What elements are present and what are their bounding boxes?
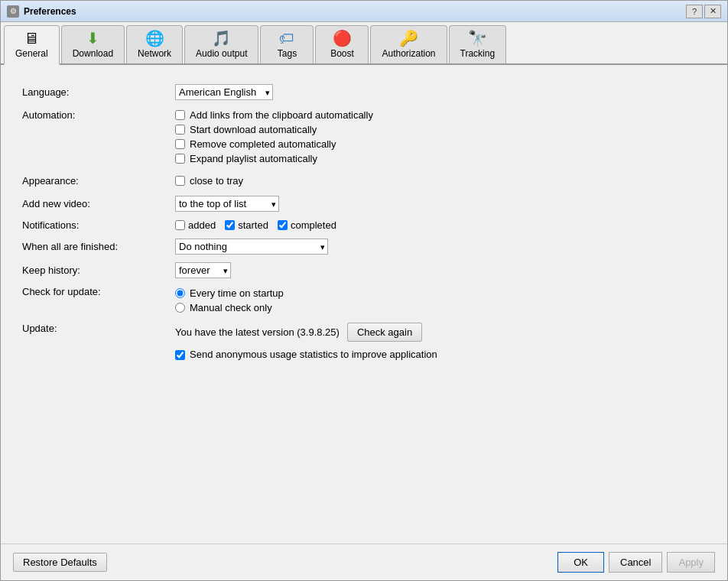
check-again-button[interactable]: Check again (347, 323, 422, 342)
automation-row: Automation: Add links from the clipboard… (16, 104, 712, 170)
language-select-wrapper: American English (175, 84, 273, 100)
clipboard-checkbox[interactable] (175, 110, 185, 120)
notif-completed-label: completed (291, 219, 336, 231)
close-button[interactable]: ✕ (704, 5, 721, 18)
window-title: Preferences (24, 6, 686, 17)
when-finished-label: When all are finished: (16, 235, 169, 258)
window-controls: ? ✕ (686, 5, 721, 18)
tab-bar: 🖥 General ⬇ Download 🌐 Network 🎵 Audio o… (1, 22, 727, 65)
notif-added-checkbox[interactable] (175, 220, 185, 230)
notif-added-label: added (188, 219, 216, 231)
notif-added-item: added (175, 219, 216, 231)
tab-audio-output[interactable]: 🎵 Audio output (184, 25, 258, 63)
language-row: Language: American English (16, 80, 712, 104)
check-update-label: Check for update: (16, 282, 169, 319)
add-video-label: Add new video: (16, 192, 169, 216)
radio-startup[interactable] (175, 288, 185, 298)
notifications-row: Notifications: added started (16, 216, 712, 235)
radio-manual-row: Manual check only (175, 300, 706, 315)
update-label: Update: (16, 319, 169, 367)
audio-icon: 🎵 (212, 31, 231, 46)
close-tray-row: close to tray (175, 174, 706, 188)
tags-icon: 🏷 (279, 31, 294, 46)
notif-completed-checkbox[interactable] (278, 220, 288, 230)
content-area: Language: American English Automation: A… (1, 65, 727, 544)
tracking-icon: 🔭 (468, 31, 487, 46)
keep-history-label: Keep history: (16, 258, 169, 282)
boost-icon: 🔴 (333, 31, 352, 46)
tab-general-label: General (15, 48, 48, 59)
start-download-row: Start download automatically (175, 122, 706, 137)
clipboard-row: Add links from the clipboard automatical… (175, 108, 706, 122)
remove-completed-row: Remove completed automatically (175, 137, 706, 151)
tab-download-label: Download (73, 48, 113, 59)
ok-button[interactable]: OK (557, 552, 604, 573)
keep-history-select[interactable]: forever 1 day 1 week 1 month (175, 262, 231, 278)
automation-label: Automation: (16, 104, 169, 170)
notif-started-checkbox[interactable] (225, 220, 235, 230)
add-video-select-wrapper: to the top of list to the bottom of list (175, 196, 279, 212)
radio-startup-row: Every time on startup (175, 286, 706, 300)
tab-authorization-label: Authorization (382, 48, 435, 59)
remove-completed-label: Remove completed automatically (190, 138, 336, 150)
anonymous-label: Send anonymous usage statistics to impro… (190, 348, 437, 362)
help-button[interactable]: ? (686, 5, 703, 18)
radio-manual-label: Manual check only (190, 302, 272, 313)
notif-started-label: started (238, 219, 268, 231)
notif-started-item: started (225, 219, 268, 231)
anonymous-row: Send anonymous usage statistics to impro… (175, 346, 706, 363)
keep-history-select-wrapper: forever 1 day 1 week 1 month (175, 262, 231, 278)
tab-tags-label: Tags (278, 48, 297, 59)
cancel-button[interactable]: Cancel (609, 552, 662, 573)
notif-completed-item: completed (278, 219, 336, 231)
expand-playlist-label: Expand playlist automatically (190, 153, 317, 164)
close-tray-label: close to tray (190, 175, 243, 187)
anonymous-checkbox[interactable] (175, 350, 185, 360)
appearance-label: Appearance: (16, 170, 169, 192)
update-text: You have the latest version (3.9.8.25) (175, 326, 340, 338)
language-select[interactable]: American English (175, 84, 273, 100)
tab-general[interactable]: 🖥 General (4, 25, 60, 65)
notifications-label: Notifications: (16, 216, 169, 235)
tab-audio-label: Audio output (196, 48, 247, 59)
add-video-select[interactable]: to the top of list to the bottom of list (175, 196, 279, 212)
settings-table: Language: American English Automation: A… (16, 80, 712, 367)
notifications-options: added started completed (175, 219, 706, 231)
when-finished-select-wrapper: Do nothing Shutdown Hibernate (175, 239, 328, 255)
update-info-row: You have the latest version (3.9.8.25) C… (175, 323, 706, 342)
radio-manual[interactable] (175, 303, 185, 313)
add-video-row: Add new video: to the top of list to the… (16, 192, 712, 216)
general-icon: 🖥 (24, 31, 39, 46)
window-icon: ⚙ (7, 5, 19, 18)
expand-playlist-row: Expand playlist automatically (175, 151, 706, 166)
remove-completed-checkbox[interactable] (175, 139, 185, 149)
keep-history-row: Keep history: forever 1 day 1 week 1 mon… (16, 258, 712, 282)
apply-button[interactable]: Apply (667, 552, 715, 573)
tab-tags[interactable]: 🏷 Tags (260, 25, 314, 63)
footer: Restore Defaults OK Cancel Apply (1, 544, 727, 580)
tab-tracking-label: Tracking (460, 48, 496, 59)
language-label: Language: (16, 80, 169, 104)
tab-download[interactable]: ⬇ Download (61, 25, 125, 63)
authorization-icon: 🔑 (399, 31, 418, 46)
update-row: Update: You have the latest version (3.9… (16, 319, 712, 367)
tab-tracking[interactable]: 🔭 Tracking (449, 25, 507, 63)
check-update-row: Check for update: Every time on startup … (16, 282, 712, 319)
footer-buttons: OK Cancel Apply (557, 552, 715, 573)
tab-authorization[interactable]: 🔑 Authorization (370, 25, 447, 63)
when-finished-row: When all are finished: Do nothing Shutdo… (16, 235, 712, 258)
tab-boost-label: Boost (330, 48, 354, 59)
download-icon: ⬇ (86, 31, 99, 46)
clipboard-label: Add links from the clipboard automatical… (190, 109, 373, 121)
start-download-label: Start download automatically (190, 124, 317, 135)
close-tray-checkbox[interactable] (175, 176, 185, 186)
start-download-checkbox[interactable] (175, 125, 185, 135)
appearance-row: Appearance: close to tray (16, 170, 712, 192)
tab-boost[interactable]: 🔴 Boost (315, 25, 369, 63)
expand-playlist-checkbox[interactable] (175, 154, 185, 164)
network-icon: 🌐 (145, 31, 164, 46)
tab-network[interactable]: 🌐 Network (126, 25, 183, 63)
restore-defaults-button[interactable]: Restore Defaults (13, 553, 107, 572)
when-finished-select[interactable]: Do nothing Shutdown Hibernate (175, 239, 328, 255)
preferences-window: ⚙ Preferences ? ✕ 🖥 General ⬇ Download 🌐… (0, 0, 728, 581)
